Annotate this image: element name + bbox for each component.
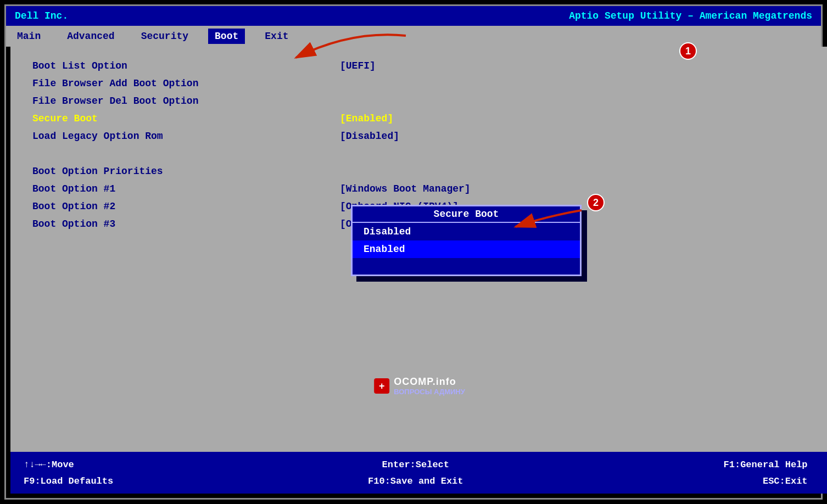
status-move: ↑↓→←:Move [24, 460, 285, 470]
setting-label-file-browser-add: File Browser Add Boot Option [32, 78, 340, 89]
setting-label-boot-priorities: Boot Option Priorities [32, 166, 340, 177]
watermark-icon: + [374, 378, 389, 394]
menu-item-boot[interactable]: Boot [208, 29, 245, 44]
status-select: Enter:Select [285, 460, 546, 470]
watermark-sub: ВОПРОСЫ АДМИНУ [394, 388, 465, 396]
menu-item-security[interactable]: Security [135, 29, 195, 44]
popup-option-enabled[interactable]: Enabled [353, 240, 580, 258]
setting-row-boot-option-1[interactable]: Boot Option #1 [Windows Boot Manager] [32, 181, 807, 197]
setting-row-boot-list[interactable]: Boot List Option [UEFI] [32, 58, 807, 74]
status-help: F1:General Help [546, 460, 808, 470]
setting-row-spacer [32, 145, 807, 162]
status-esc: ESC:Exit [546, 476, 808, 486]
setting-label-file-browser-del: File Browser Del Boot Option [32, 96, 340, 107]
setting-value-secure-boot: [Enabled] [340, 113, 393, 124]
watermark: + OCOMP.info ВОПРОСЫ АДМИНУ [374, 376, 465, 396]
setting-label-boot-option-3: Boot Option #3 [32, 219, 340, 229]
title-left: Dell Inc. [15, 10, 68, 21]
menu-item-main[interactable]: Main [10, 29, 47, 44]
status-defaults: F9:Load Defaults [24, 476, 285, 486]
menu-item-exit[interactable]: Exit [258, 29, 295, 44]
setting-row-secure-boot[interactable]: Secure Boot [Enabled] [32, 110, 807, 127]
setting-row-file-browser-add[interactable]: File Browser Add Boot Option [32, 75, 807, 92]
popup-title: Secure Boot [353, 206, 580, 223]
setting-label-boot-option-1: Boot Option #1 [32, 183, 340, 194]
setting-label-legacy-rom: Load Legacy Option Rom [32, 131, 340, 142]
watermark-main: OCOMP.info [394, 376, 465, 388]
menu-bar: Main Advanced Security Boot Exit [6, 26, 821, 47]
popup-dialog[interactable]: Secure Boot Disabled Enabled [351, 205, 582, 276]
status-save: F10:Save and Exit [285, 476, 546, 486]
setting-value-boot-option-1: [Windows Boot Manager] [340, 183, 471, 194]
popup-option-disabled[interactable]: Disabled [353, 223, 580, 240]
setting-value-legacy-rom: [Disabled] [340, 131, 399, 142]
menu-item-advanced[interactable]: Advanced [60, 29, 121, 44]
watermark-text: OCOMP.info ВОПРОСЫ АДМИНУ [394, 376, 465, 396]
setting-row-legacy-rom[interactable]: Load Legacy Option Rom [Disabled] [32, 128, 807, 144]
title-bar: Dell Inc. Aptio Setup Utility – American… [6, 6, 821, 26]
setting-label-boot-list: Boot List Option [32, 60, 340, 71]
setting-row-boot-priorities: Boot Option Priorities [32, 163, 807, 180]
title-right: Aptio Setup Utility – American Megatrend… [569, 10, 812, 21]
setting-label-boot-option-2: Boot Option #2 [32, 201, 340, 212]
main-content: Boot List Option [UEFI] File Browser Add… [10, 47, 827, 462]
setting-value-boot-list: [UEFI] [340, 60, 376, 71]
settings-area: Boot List Option [UEFI] File Browser Add… [32, 58, 807, 451]
status-bar: ↑↓→←:Move Enter:Select F1:General Help F… [10, 452, 827, 494]
setting-label-secure-boot: Secure Boot [32, 113, 340, 124]
setting-row-file-browser-del[interactable]: File Browser Del Boot Option [32, 93, 807, 109]
